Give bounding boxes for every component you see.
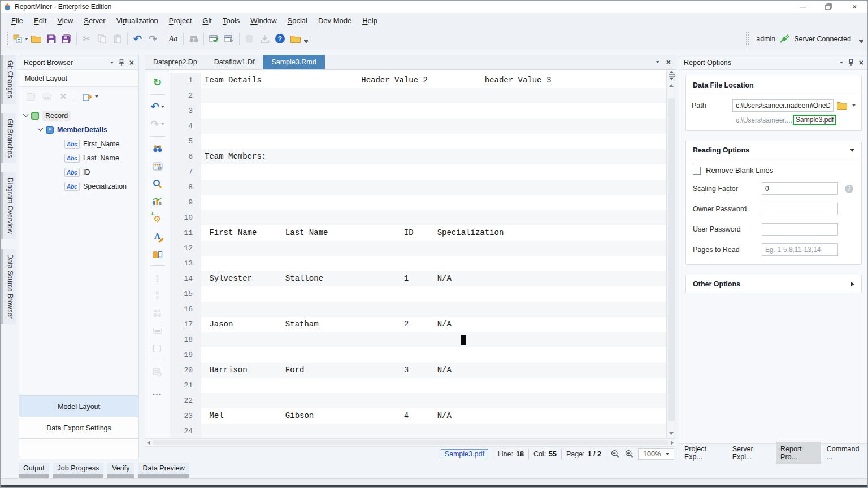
auto-create-fields-button[interactable]: [150, 159, 165, 173]
sync-button[interactable]: ↻: [150, 76, 165, 89]
document-tab[interactable]: Dataflow1.Df: [206, 55, 263, 69]
menu-item[interactable]: Help: [357, 14, 383, 27]
chevron-down-icon[interactable]: [38, 126, 44, 132]
tool-window-tab[interactable]: Output: [19, 463, 49, 478]
run-window-button[interactable]: [222, 31, 237, 46]
editor-line[interactable]: 21: [170, 378, 666, 393]
menu-item[interactable]: File: [6, 14, 28, 27]
menu-item[interactable]: Virtualization: [111, 14, 163, 27]
editor-line[interactable]: 15: [170, 286, 666, 302]
collapse-icon[interactable]: [850, 149, 854, 152]
tool-window-tab[interactable]: Server Expl...: [728, 442, 775, 464]
editor-line[interactable]: 20 Harrison Ford 3 N/A: [170, 363, 666, 378]
cut-button[interactable]: ✂: [79, 31, 94, 46]
editor-line[interactable]: 19: [170, 347, 666, 363]
side-tab[interactable]: Data Source Browser: [1, 249, 16, 324]
scrollbar-thumb[interactable]: [153, 440, 668, 445]
pages-to-read-input[interactable]: [762, 243, 838, 256]
sort-az-button[interactable]: az: [150, 271, 165, 285]
analyze-button[interactable]: [150, 194, 165, 208]
horizontal-scrollbar[interactable]: [145, 438, 676, 447]
tree-label[interactable]: Last_Name: [83, 154, 119, 162]
editor-line[interactable]: 12: [170, 241, 666, 256]
scaling-factor-input[interactable]: [762, 182, 838, 195]
tree-row[interactable]: Abc Specialization: [19, 179, 138, 193]
editor-line[interactable]: 11 First Name Last Name ID Specializatio…: [170, 225, 666, 241]
menu-item[interactable]: Edit: [29, 14, 51, 27]
scroll-up-icon[interactable]: [667, 81, 676, 90]
tree-label[interactable]: ID: [83, 168, 90, 176]
remove-blank-lines-checkbox[interactable]: [693, 167, 701, 175]
more-button[interactable]: •••: [150, 387, 165, 401]
close-button[interactable]: ×: [841, 1, 867, 13]
menu-item[interactable]: View: [52, 14, 78, 27]
expand-icon[interactable]: [851, 282, 854, 286]
editor-line[interactable]: 24: [170, 424, 666, 438]
new-button[interactable]: [13, 31, 28, 46]
export-dropdown-icon[interactable]: [95, 95, 98, 98]
redo-button[interactable]: ↷: [150, 117, 165, 131]
status-file-chip[interactable]: Sample3.pdf: [441, 449, 488, 459]
panel-menu-icon[interactable]: [110, 62, 114, 64]
export-model-button[interactable]: [83, 90, 98, 103]
tool-window-tab[interactable]: Report Pro...: [776, 442, 821, 464]
validate-window-button[interactable]: [206, 31, 222, 46]
side-tab[interactable]: Diagram Overview: [1, 172, 16, 239]
nav-model-layout-button[interactable]: Model Layout: [19, 395, 138, 417]
editor-line[interactable]: 6 Team Members:: [170, 149, 666, 164]
editor-line[interactable]: 3: [170, 103, 666, 119]
editor-line[interactable]: 22: [170, 393, 666, 408]
tree-row[interactable]: Abc First_Name: [19, 137, 138, 151]
toolbar-overflow-icon[interactable]: [304, 40, 308, 43]
editor-line[interactable]: 10: [170, 210, 666, 225]
undo-button[interactable]: ↶: [130, 31, 145, 46]
scroll-down-icon[interactable]: [667, 429, 676, 438]
editor-line[interactable]: 16: [170, 302, 666, 317]
tab-list-dropdown-icon[interactable]: [656, 61, 659, 63]
tree-label[interactable]: Record: [42, 111, 71, 121]
save-all-button[interactable]: [59, 31, 74, 46]
zoom-level-control[interactable]: 100%: [638, 448, 674, 460]
tree-row[interactable]: Abc ID: [19, 165, 138, 179]
tree-label[interactable]: MemberDetails: [57, 126, 107, 134]
model-settings-button[interactable]: ⚙+: [150, 212, 165, 225]
toolbar-grip[interactable]: [745, 32, 749, 46]
toolbar-right-overflow-icon[interactable]: [859, 40, 863, 43]
tool-window-tab[interactable]: Command ...: [822, 442, 867, 464]
restore-button[interactable]: [815, 1, 841, 13]
other-options-header[interactable]: Other Options: [686, 275, 861, 293]
close-document-icon[interactable]: ×: [666, 58, 671, 66]
tree-label[interactable]: First_Name: [83, 140, 120, 148]
panel-menu-icon[interactable]: [840, 62, 843, 64]
sort-alnum-button[interactable]: a-z0-9: [150, 306, 165, 320]
tool-window-tab[interactable]: Job Progress: [53, 463, 104, 478]
export-document-button[interactable]: [150, 247, 165, 260]
tree-label[interactable]: Specialization: [83, 182, 127, 190]
editor-line[interactable]: 8: [170, 180, 666, 195]
minimize-button[interactable]: [789, 1, 815, 13]
menu-item[interactable]: Tools: [218, 14, 245, 27]
tool-window-tab[interactable]: Verify: [107, 463, 134, 478]
sort-numeric-button[interactable]: 09: [150, 289, 165, 302]
editor-line[interactable]: 14 Sylvester Stallone 1 N/A: [170, 271, 666, 286]
editor-line[interactable]: 5: [170, 134, 666, 149]
browse-folder-button[interactable]: [837, 102, 847, 110]
editor-line[interactable]: 1 Team Details Header Value 2 header Val…: [170, 73, 666, 88]
editor-line[interactable]: 4: [170, 119, 666, 134]
copy-button[interactable]: [94, 31, 110, 46]
owner-password-input[interactable]: [762, 203, 838, 215]
editor-line[interactable]: 7: [170, 164, 666, 180]
zoom-dropdown-icon[interactable]: [666, 453, 669, 455]
undo-button[interactable]: ↶: [150, 100, 165, 114]
paste-button[interactable]: [110, 31, 125, 46]
find-in-report-button[interactable]: [150, 142, 165, 155]
delete-node-button[interactable]: ✕: [57, 90, 70, 103]
open-project-button[interactable]: [288, 31, 303, 46]
preview-data-button[interactable]: [150, 177, 165, 190]
verify-fields-button[interactable]: [150, 365, 165, 379]
editor-line[interactable]: 17 Jason Statham 2 N/A: [170, 317, 666, 332]
side-tab[interactable]: Git Branches: [1, 113, 16, 163]
info-icon[interactable]: i: [845, 185, 853, 193]
tool-window-tab[interactable]: Project Exp...: [680, 442, 727, 464]
publish-db-button[interactable]: [242, 31, 257, 46]
